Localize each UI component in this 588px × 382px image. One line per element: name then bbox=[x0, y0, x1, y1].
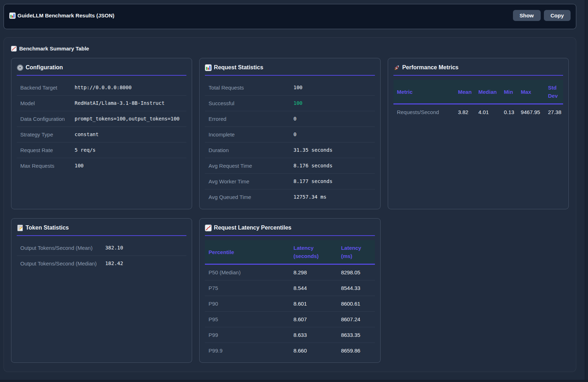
card-title-text: Request Latency Percentiles bbox=[214, 224, 291, 232]
section-heading: Benchmark Summary Table bbox=[11, 45, 569, 52]
copy-button[interactable]: Copy bbox=[544, 10, 571, 21]
table-row: Data Configurationprompt_tokens=100,outp… bbox=[17, 111, 186, 127]
configuration-card-title: Configuration bbox=[17, 64, 186, 76]
card-title-text: Performance Metrics bbox=[402, 64, 459, 71]
app-title-group: GuideLLM Benchmark Results (JSON) bbox=[9, 10, 115, 21]
row-value: 382.10 bbox=[102, 240, 187, 256]
row-value: 100 bbox=[290, 96, 375, 111]
row-value: 182.42 bbox=[102, 256, 187, 271]
row-value: 31.35 seconds bbox=[290, 142, 375, 158]
cell: 27.38 bbox=[544, 104, 563, 120]
table-row: Avg Request Time8.176 seconds bbox=[205, 158, 375, 174]
row-value: 0 bbox=[290, 127, 375, 142]
cell: 8600.61 bbox=[338, 296, 375, 312]
row-label: P50 (Median) bbox=[205, 264, 290, 280]
row-label: Avg Request Time bbox=[205, 158, 290, 174]
summary-grid: Configuration Backend Targethttp://0.0.0… bbox=[11, 58, 569, 363]
table-row: Backend Targethttp://0.0.0.0:8000 bbox=[17, 80, 186, 96]
cell: 4.01 bbox=[475, 104, 500, 120]
row-label: Backend Target bbox=[17, 80, 71, 96]
table-row: P998.6338633.35 bbox=[205, 327, 375, 343]
cell: 8633.35 bbox=[338, 327, 375, 343]
table-row: Avg Queued Time12757.34 ms bbox=[205, 189, 375, 205]
column-header: Max bbox=[517, 80, 544, 104]
request-statistics-table: Total Requests100Successful100Errored0In… bbox=[205, 80, 375, 205]
column-header: Std Dev bbox=[544, 80, 563, 104]
configuration-card: Configuration Backend Targethttp://0.0.0… bbox=[11, 58, 192, 209]
scrollbar-track[interactable] bbox=[585, 0, 588, 382]
row-label: Incomplete bbox=[205, 127, 290, 142]
row-value: RedHatAI/Llama-3.1-8B-Instruct bbox=[71, 96, 187, 111]
row-label: Avg Queued Time bbox=[205, 189, 290, 205]
header-bar: GuideLLM Benchmark Results (JSON) Show C… bbox=[4, 4, 576, 29]
table-row: P99.98.6608659.86 bbox=[205, 343, 375, 359]
row-label: Output Tokens/Second (Mean) bbox=[17, 240, 102, 256]
latency-percentiles-card: Request Latency Percentiles PercentileLa… bbox=[199, 218, 380, 363]
cell: 0.13 bbox=[500, 104, 517, 120]
row-label: Avg Worker Time bbox=[205, 174, 290, 189]
row-label: Max Requests bbox=[17, 158, 71, 174]
table-row: Output Tokens/Second (Mean)382.10 bbox=[17, 240, 186, 256]
row-value: http://0.0.0.0:8000 bbox=[71, 80, 187, 96]
row-label: P99 bbox=[205, 327, 290, 343]
footer-bar bbox=[0, 380, 588, 382]
cell: 8659.86 bbox=[338, 343, 375, 359]
row-value: 12757.34 ms bbox=[290, 189, 375, 205]
show-button[interactable]: Show bbox=[513, 10, 541, 21]
row-label: Output Tokens/Second (Median) bbox=[17, 256, 102, 271]
table-header-row: PercentileLatency (seconds)Latency (ms) bbox=[205, 240, 375, 264]
table-row: Total Requests100 bbox=[205, 80, 375, 96]
column-header: Latency (seconds) bbox=[290, 240, 338, 264]
configuration-table: Backend Targethttp://0.0.0.0:8000ModelRe… bbox=[17, 80, 186, 173]
request-statistics-card: Request Statistics Total Requests100Succ… bbox=[199, 58, 380, 209]
column-header: Min bbox=[500, 80, 517, 104]
row-value: 8.177 seconds bbox=[290, 174, 375, 189]
memo-icon bbox=[17, 225, 23, 231]
latency-percentiles-table: PercentileLatency (seconds)Latency (ms)P… bbox=[205, 240, 375, 358]
column-header: Percentile bbox=[205, 240, 290, 264]
bar-chart-icon bbox=[205, 64, 212, 71]
chart-increasing-icon bbox=[11, 46, 17, 52]
table-row: ModelRedHatAI/Llama-3.1-8B-Instruct bbox=[17, 96, 186, 111]
table-row: Strategy Typeconstant bbox=[17, 127, 186, 142]
table-row: Output Tokens/Second (Median)182.42 bbox=[17, 256, 186, 271]
table-row: P958.6078607.24 bbox=[205, 312, 375, 327]
table-row: Successful100 bbox=[205, 96, 375, 111]
row-value: 5 req/s bbox=[71, 142, 187, 158]
table-row: P758.5448544.33 bbox=[205, 280, 375, 296]
section-heading-text: Benchmark Summary Table bbox=[19, 45, 89, 52]
row-label: Strategy Type bbox=[17, 127, 71, 142]
cell: 8.544 bbox=[290, 280, 338, 296]
cell: 8.660 bbox=[290, 343, 338, 359]
performance-metrics-card: Performance Metrics MetricMeanMedianMinM… bbox=[388, 58, 569, 209]
token-statistics-card-title: Token Statistics bbox=[17, 224, 186, 236]
token-statistics-table: Output Tokens/Second (Mean)382.10Output … bbox=[17, 240, 186, 271]
row-label: Successful bbox=[205, 96, 290, 111]
card-title-text: Configuration bbox=[26, 64, 63, 71]
column-header: Mean bbox=[455, 80, 475, 104]
cell: 8.601 bbox=[290, 296, 338, 312]
cell: 3.82 bbox=[455, 104, 475, 120]
row-label: Errored bbox=[205, 111, 290, 127]
table-row: Duration31.35 seconds bbox=[205, 142, 375, 158]
rocket-icon bbox=[393, 64, 400, 71]
column-header: Metric bbox=[393, 80, 455, 104]
table-row: Avg Worker Time8.177 seconds bbox=[205, 174, 375, 189]
row-label: P90 bbox=[205, 296, 290, 312]
table-header-row: MetricMeanMedianMinMaxStd Dev bbox=[393, 80, 563, 104]
bar-chart-icon bbox=[9, 12, 16, 19]
row-label: P99.9 bbox=[205, 343, 290, 359]
table-row: Request Rate5 req/s bbox=[17, 142, 186, 158]
cell: 8607.24 bbox=[338, 312, 375, 327]
table-row: Errored0 bbox=[205, 111, 375, 127]
token-statistics-card: Token Statistics Output Tokens/Second (M… bbox=[11, 218, 192, 363]
row-label: Data Configuration bbox=[17, 111, 71, 127]
table-row: Requests/Second3.824.010.139467.9527.38 bbox=[393, 104, 563, 120]
row-value: constant bbox=[71, 127, 187, 142]
row-label: P95 bbox=[205, 312, 290, 327]
row-value: 100 bbox=[290, 80, 375, 96]
row-label: P75 bbox=[205, 280, 290, 296]
row-value: prompt_tokens=100,output_tokens=100 bbox=[71, 111, 187, 127]
cell: 8.298 bbox=[290, 264, 338, 280]
app-title: GuideLLM Benchmark Results (JSON) bbox=[17, 12, 115, 18]
